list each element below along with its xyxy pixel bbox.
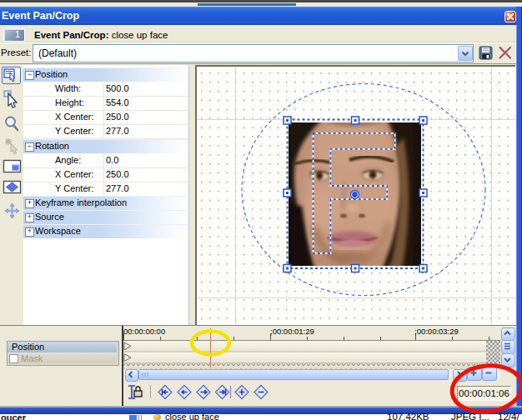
svg-text:;00:00:03:29: ;00:00:03:29 <box>414 327 459 336</box>
svg-text:00:00:00:00: 00:00:00:00 <box>123 327 165 336</box>
svg-text:;00:00:01:29: ;00:00:01:29 <box>270 327 314 336</box>
